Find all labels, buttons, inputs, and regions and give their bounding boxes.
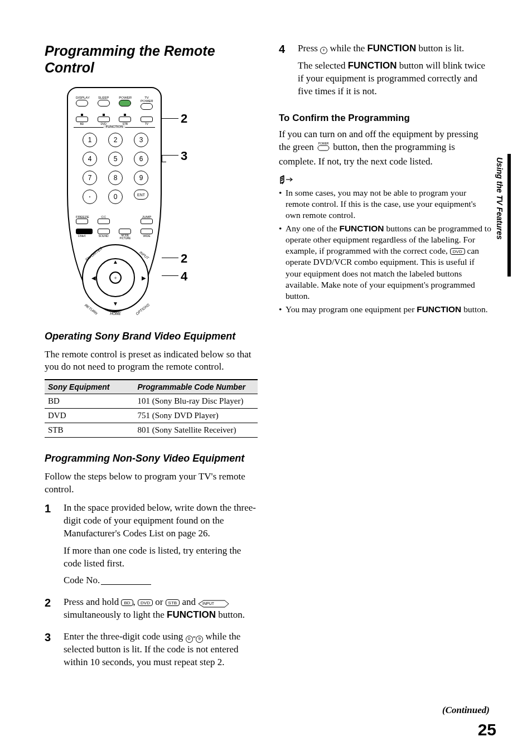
power-button-icon: POWER	[316, 142, 331, 156]
navigation-wheel: + ▲ ▼ ◀ ▶ FAVORITES INPUT RETURN OPTIONS…	[75, 243, 156, 312]
notes-list: In some cases, you may not be able to pr…	[279, 187, 492, 316]
callout-2a: 2	[181, 112, 187, 126]
tv-button	[141, 117, 153, 122]
stb-button	[119, 117, 131, 122]
remote-illustration: DISPLAY SLEEP POWER TV POWER BD DVD STB …	[67, 87, 201, 316]
code-blank-line	[101, 584, 151, 585]
note-item: You may program one equipment per FUNCTI…	[279, 304, 492, 315]
stb-icon: STB	[166, 599, 180, 606]
digit-0-icon: 0	[186, 636, 193, 643]
steps-list-continued: 4 Press + while the FUNCTION button is l…	[279, 42, 492, 103]
step-1: 1 In the space provided below, write dow…	[45, 502, 258, 592]
table-row: STB801 (Sony Satellite Receiver)	[45, 423, 258, 438]
continued-label: (Continued)	[442, 705, 490, 716]
heading-nonsony: Programming Non-Sony Video Equipment	[45, 452, 258, 465]
note-item: Any one of the FUNCTION buttons can be p…	[279, 223, 492, 302]
dvd-icon: DVD	[138, 599, 153, 606]
step-3: 3 Enter the three-digit code using 0-9 w…	[45, 631, 258, 673]
heading-confirm: To Confirm the Programming	[279, 113, 492, 124]
page-title: Programming the Remote Control	[45, 42, 258, 76]
table-row: DVD751 (Sony DVD Player)	[45, 409, 258, 423]
step-number: 1	[45, 502, 64, 592]
section-tab: Using the TV Features	[494, 154, 505, 277]
tab-bar	[507, 154, 511, 277]
sony-codes-table: Sony Equipment Programmable Code Number …	[45, 379, 258, 438]
two-column-layout: Programming the Remote Control DISPLAY S…	[45, 42, 493, 678]
bd-icon: BD	[121, 599, 133, 606]
table-row: BD101 (Sony Blu-ray Disc Player)	[45, 394, 258, 409]
callout-2b: 2	[181, 251, 187, 266]
manual-page: Using the TV Features Programming the Re…	[0, 0, 532, 756]
digit-9-icon: 9	[196, 636, 203, 643]
callout-4: 4	[181, 269, 187, 284]
left-column: Programming the Remote Control DISPLAY S…	[45, 42, 258, 678]
input-icon: INPUT	[198, 600, 221, 607]
steps-list: 1 In the space provided below, write dow…	[45, 502, 258, 673]
enter-plus-icon: +	[320, 47, 327, 54]
right-column: 4 Press + while the FUNCTION button is l…	[279, 42, 492, 678]
page-number: 25	[478, 720, 496, 739]
number-pad: 123 456 789 ·0ENT	[83, 133, 148, 209]
note-icon	[279, 174, 492, 185]
svg-text:POWER: POWER	[318, 142, 329, 145]
tab-label: Using the TV Features	[495, 157, 504, 240]
remote-outline: DISPLAY SLEEP POWER TV POWER BD DVD STB …	[67, 87, 162, 312]
dvd-icon: DVD	[450, 248, 465, 255]
step-number: 2	[45, 596, 64, 626]
callout-3: 3	[181, 149, 187, 163]
confirm-text: If you can turn on and off the equipment…	[279, 128, 492, 168]
step-number: 3	[45, 631, 64, 673]
note-item: In some cases, you may not be able to pr…	[279, 187, 492, 221]
dvd-button	[98, 117, 110, 122]
th-code: Programmable Code Number	[134, 380, 258, 394]
step-2: 2 Press and hold BD, DVD or STB and INPU…	[45, 596, 258, 626]
intro-nonsony: Follow the steps below to program your T…	[45, 471, 258, 496]
intro-sony: The remote control is preset as indicate…	[45, 348, 258, 374]
svg-rect-1	[318, 146, 329, 151]
step-4: 4 Press + while the FUNCTION button is l…	[279, 42, 492, 103]
th-equipment: Sony Equipment	[45, 380, 134, 394]
step-number: 4	[279, 42, 298, 103]
bd-button	[76, 117, 88, 122]
heading-sony-equipment: Operating Sony Brand Video Equipment	[45, 330, 258, 343]
